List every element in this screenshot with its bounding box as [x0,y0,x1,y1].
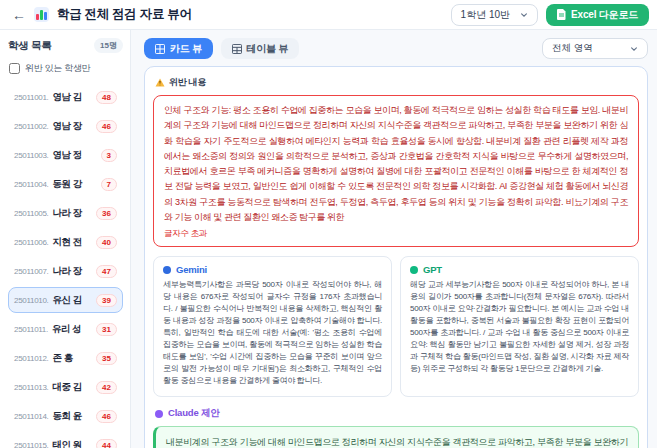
student-id: 25011003. [14,151,49,160]
gpt-feedback-text: 해당 교과 세부능기사항은 500자 이내로 작성되어야 하나, 본 내용의 길… [410,279,629,375]
student-id: 25011011. [14,325,48,334]
violation-count-badge: 39 [96,294,117,307]
student-row[interactable]: 25011013.대중 김42 [8,374,123,400]
area-select-value: 전체 영역 [552,42,593,55]
violation-count-badge: 46 [96,410,117,423]
violation-count-badge: 35 [96,352,117,365]
violation-count-badge: 36 [96,207,117,220]
violation-count-badge: 47 [96,265,117,278]
header-actions: 1학년 10반 Excel 다운로드 [451,4,649,26]
student-row-selected[interactable]: 25011010.유신 김39 [8,287,123,313]
ai-feedback-grid: Gemini 세부능력특기사항은 과목당 500자 이내로 작성되어야 하나, … [153,256,639,397]
student-row[interactable]: 25011001.영남 김48 [8,84,123,110]
violation-count-badge: 40 [96,236,117,249]
student-row[interactable]: 25011007.나라 장47 [8,258,123,284]
violation-count-badge: 42 [96,381,117,394]
student-name: 유신 김 [53,294,82,307]
student-id: 25011010. [14,296,49,305]
card-view-icon [155,44,165,54]
tab-card-view-label: 카드 뷰 [170,42,202,56]
student-row[interactable]: 25011002.영남 장46 [8,113,123,139]
header: ← 학급 전체 점검 자료 뷰어 1학년 10반 Excel 다운로드 [0,0,657,30]
class-select-value: 1학년 10반 [461,8,510,22]
claude-dot-icon [155,410,163,418]
tab-card-view[interactable]: 카드 뷰 [144,38,213,59]
violation-count-badge: 48 [96,91,117,104]
back-button[interactable]: ← [12,8,26,22]
tab-table-view[interactable]: 테이블 뷰 [221,38,299,59]
body: 학생 목록 15명 위반 있는 학생만 25011001.영남 김48 2501… [0,30,657,448]
student-name: 동희 윤 [53,410,82,423]
area-select[interactable]: 전체 영역 [542,38,648,59]
student-name: 대중 김 [53,381,82,394]
excel-file-icon [557,9,566,20]
gemini-card-header: Gemini [163,264,382,275]
violation-count-badge: 46 [96,120,117,133]
student-row[interactable]: 25011005.나라 장36 [8,200,123,226]
warning-icon [155,78,165,87]
student-row[interactable]: 25011015.태인 원44 [8,432,123,448]
claude-suggestion-box: 내분비계의 구조와 기능에 대해 마인드맵으로 정리하며 자신의 지식수준을 객… [153,426,639,448]
view-toolbar: 카드 뷰 테이블 뷰 전체 영역 [144,38,648,59]
violation-count-badge: 31 [96,323,117,336]
student-id: 25011014. [14,412,49,421]
violation-type-label: 글자수 초과 [164,228,628,240]
student-row[interactable]: 25011003.영남 정3 [8,142,123,168]
student-row[interactable]: 25011004.동원 강7 [8,171,123,197]
claude-section-header: Claude 제안 [155,407,639,420]
violation-count-badge: 44 [96,439,117,448]
excel-download-button[interactable]: Excel 다운로드 [546,4,649,26]
main-panel: 카드 뷰 테이블 뷰 전체 영역 위반 내용 인체 구조와 기능: 평소 조용 [131,30,657,448]
gpt-card-header: GPT [410,264,629,275]
student-name: 영남 정 [53,149,82,162]
violation-count-badge: 7 [101,178,117,191]
violation-filter: 위반 있는 학생만 [8,62,123,75]
student-row[interactable]: 25011012.존 홍35 [8,345,123,371]
gemini-feedback-text: 세부능력특기사항은 과목당 500자 이내로 작성되어야 하나, 해당 내용은 … [163,279,382,387]
student-id: 25011004. [14,180,49,189]
student-row[interactable]: 25011011.유리 성31 [8,316,123,342]
student-id: 25011013. [14,383,49,392]
student-sidebar: 학생 목록 15명 위반 있는 학생만 25011001.영남 김48 2501… [0,30,131,448]
student-id: 25011015. [14,441,49,448]
gemini-card: Gemini 세부능력특기사항은 과목당 500자 이내로 작성되어야 하나, … [153,256,392,397]
claude-section-title: Claude 제안 [168,407,220,420]
student-id: 25011001. [14,93,49,102]
student-name: 유리 성 [52,323,81,336]
bar-chart-logo-icon [34,7,49,22]
class-select[interactable]: 1학년 10반 [451,4,538,26]
student-row[interactable]: 25011006.지현 전40 [8,229,123,255]
gemini-label: Gemini [176,264,207,275]
sidebar-header: 학생 목록 15명 [8,38,123,53]
excel-download-label: Excel 다운로드 [571,8,638,22]
class-inspection-viewer-window: ← 학급 전체 점검 자료 뷰어 1학년 10반 Excel 다운로드 학생 목… [0,0,657,448]
student-name: 나라 장 [53,207,82,220]
student-id: 25011012. [14,354,49,363]
chevron-down-icon [520,11,528,19]
student-name: 동원 강 [53,178,82,191]
gpt-label: GPT [423,264,442,275]
violation-text: 인체 구조와 기능: 평소 조용히 수업에 집중하는 모습을 보이며, 활동에 … [164,103,628,225]
gpt-card: GPT 해당 교과 세부능기사항은 500자 이내로 작성되어야 하나, 본 내… [400,256,639,397]
chevron-down-icon [630,45,638,53]
claude-suggestion-text: 내분비계의 구조와 기능에 대해 마인드맵으로 정리하며 자신의 지식수준을 객… [166,435,628,448]
student-row[interactable]: 25011014.동희 윤46 [8,403,123,429]
student-name: 영남 장 [53,120,82,133]
student-id: 25011005. [14,209,49,218]
violation-filter-label[interactable]: 위반 있는 학생만 [25,62,90,75]
student-name: 태인 원 [53,439,82,448]
student-count-badge: 15명 [94,38,123,53]
student-name: 지현 전 [53,236,82,249]
student-id: 25011002. [14,122,49,131]
violation-filter-checkbox[interactable] [9,63,20,74]
student-name: 영남 김 [53,91,82,104]
student-list-title: 학생 목록 [8,39,51,53]
gemini-dot-icon [163,266,171,274]
violation-count-badge: 3 [101,149,117,162]
student-list: 25011001.영남 김48 25011002.영남 장46 25011003… [8,84,123,448]
claude-suggestion-section: Claude 제안 내분비계의 구조와 기능에 대해 마인드맵으로 정리하며 자… [153,407,639,448]
violation-section-header: 위반 내용 [155,76,639,89]
student-name: 나라 장 [53,265,82,278]
violation-section-title: 위반 내용 [169,76,206,89]
student-id: 25011006. [14,238,49,247]
